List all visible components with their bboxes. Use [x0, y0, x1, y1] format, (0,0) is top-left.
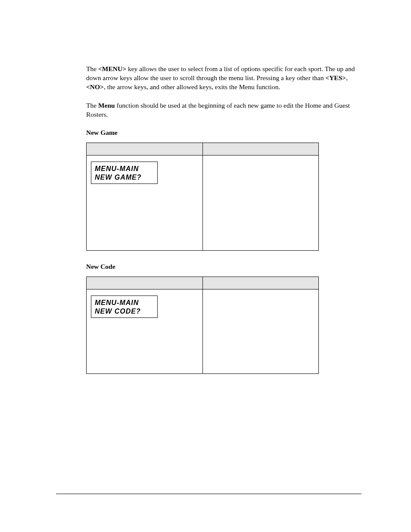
panel-header-left: [87, 143, 203, 155]
heading-new-code: New Code: [86, 263, 361, 271]
text: The: [86, 65, 98, 72]
lcd-line-1: MENU-MAIN: [95, 165, 155, 173]
panel-header-right: [202, 277, 319, 289]
text: , the arrow keys, and other allowed keys…: [104, 83, 280, 90]
page-content: The <MENU> key allows the user to select…: [0, 0, 411, 374]
paragraph-menu-function: The Menu function should be used at the …: [86, 101, 361, 119]
panel-header-left: [87, 277, 203, 289]
panel-body-left: MENU-MAIN NEW GAME?: [87, 155, 203, 250]
panel-header-right: [202, 143, 319, 155]
paragraph-menu-key: The <MENU> key allows the user to select…: [86, 65, 361, 92]
text: key allows the user to select from a lis…: [86, 65, 355, 81]
key-yes: <YES>: [325, 74, 346, 81]
key-menu: <MENU>: [98, 65, 126, 72]
key-no: <NO>: [86, 83, 104, 90]
lcd-line-2: NEW CODE?: [95, 307, 155, 316]
footer-rule: [56, 494, 361, 494]
panel-body-left: MENU-MAIN NEW CODE?: [87, 289, 203, 373]
heading-new-game: New Game: [86, 129, 361, 137]
bold-menu: Menu: [98, 102, 115, 109]
lcd-line-2: NEW GAME?: [95, 173, 155, 182]
text: The: [86, 102, 98, 109]
text: ,: [346, 74, 348, 81]
panel-new-code: MENU-MAIN NEW CODE?: [86, 277, 319, 374]
lcd-display: MENU-MAIN NEW GAME?: [91, 162, 158, 184]
lcd-line-1: MENU-MAIN: [95, 299, 155, 307]
panel-body-right: [202, 155, 319, 250]
panel-new-game: MENU-MAIN NEW GAME?: [86, 143, 319, 251]
panel-body-right: [202, 289, 319, 373]
lcd-display: MENU-MAIN NEW CODE?: [91, 296, 158, 318]
text: function should be used at the beginning…: [86, 102, 350, 118]
